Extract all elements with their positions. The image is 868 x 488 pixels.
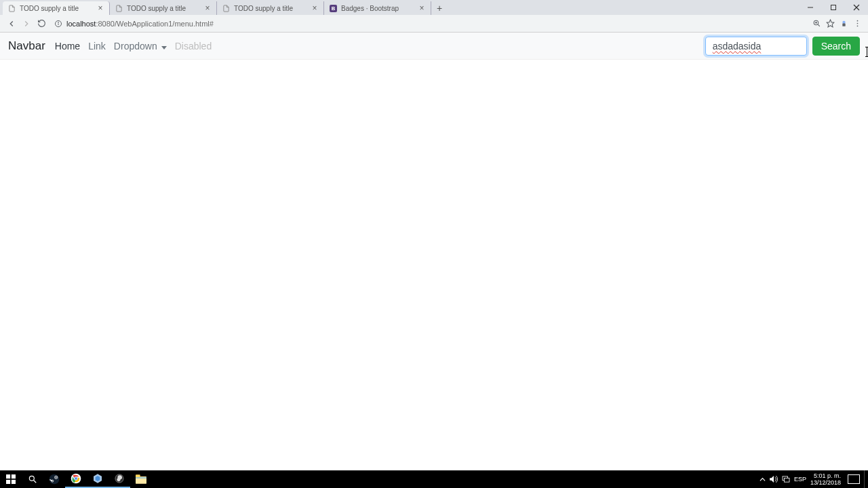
extension-icon[interactable]: [837, 17, 850, 30]
netbeans-icon[interactable]: [87, 470, 108, 488]
svg-rect-3: [831, 5, 836, 10]
taskbar-time: 5:01 p. m.: [810, 472, 841, 479]
close-icon[interactable]: ×: [311, 5, 318, 12]
zoom-icon[interactable]: [810, 17, 823, 30]
svg-text:B: B: [332, 5, 336, 12]
svg-line-25: [34, 481, 37, 483]
url-host: localhost: [66, 20, 96, 28]
file-explorer-icon[interactable]: [130, 470, 152, 488]
keyboard-lang[interactable]: ESP: [794, 476, 806, 483]
svg-rect-21: [12, 474, 16, 479]
svg-rect-15: [842, 24, 845, 26]
search-input[interactable]: asdadasida: [705, 37, 807, 56]
maximize-button[interactable]: [822, 0, 845, 15]
svg-rect-41: [136, 477, 146, 478]
minimize-button[interactable]: [799, 0, 822, 15]
page-icon: [8, 5, 16, 12]
svg-marker-13: [827, 20, 834, 27]
notifications-icon[interactable]: [848, 474, 860, 484]
url-path: /WebApplication1/menu.html#: [115, 20, 214, 28]
menu-icon[interactable]: [850, 17, 864, 30]
svg-point-34: [75, 478, 77, 480]
volume-icon[interactable]: [770, 476, 778, 483]
svg-point-17: [856, 23, 858, 24]
svg-point-24: [29, 476, 34, 481]
steam-icon[interactable]: [43, 470, 65, 488]
tab-title: TODO supply a title: [234, 5, 311, 12]
navbar-nav: Home Link Dropdown Disabled: [55, 41, 220, 52]
browser-tab-3[interactable]: B Badges · Bootstrap ×: [324, 1, 431, 15]
svg-point-18: [856, 25, 858, 26]
tabs-container: TODO supply a title × TODO supply a titl…: [0, 0, 448, 15]
forward-button[interactable]: [19, 16, 34, 31]
svg-line-10: [818, 24, 820, 26]
page-icon: [115, 5, 123, 12]
search-button[interactable]: Search: [812, 37, 860, 56]
svg-rect-20: [6, 474, 10, 479]
svg-rect-23: [12, 480, 16, 484]
obs-icon[interactable]: [108, 470, 130, 488]
browser-tab-1[interactable]: TODO supply a title ×: [110, 1, 217, 15]
nav-item-disabled: Disabled: [175, 41, 212, 52]
browser-tab-2[interactable]: TODO supply a title ×: [217, 1, 324, 15]
reload-button[interactable]: [34, 16, 49, 31]
address-bar[interactable]: localhost:8080/WebApplication1/menu.html…: [53, 18, 806, 29]
browser-tab-strip: TODO supply a title × TODO supply a titl…: [0, 0, 868, 15]
close-icon[interactable]: ×: [97, 5, 104, 12]
nav-item-home[interactable]: Home: [55, 41, 80, 52]
show-desktop-button[interactable]: [864, 470, 867, 488]
dropdown-label: Dropdown: [114, 41, 157, 52]
tab-title: Badges · Bootstrap: [341, 5, 418, 12]
chrome-taskbar-icon[interactable]: [65, 470, 87, 488]
taskbar: ESP 5:01 p. m. 13/12/2018: [0, 470, 868, 488]
start-button[interactable]: [0, 470, 22, 488]
search-input-wrap: asdadasida: [705, 37, 807, 56]
site-info-icon[interactable]: [53, 18, 64, 29]
chevron-down-icon: [161, 41, 167, 52]
tray-chevron-up-icon[interactable]: [760, 476, 766, 483]
svg-point-26: [50, 474, 60, 485]
window-controls: [799, 0, 868, 15]
tab-title: TODO supply a title: [127, 5, 204, 12]
taskbar-left: [0, 470, 152, 488]
close-icon[interactable]: ×: [418, 5, 425, 12]
star-icon[interactable]: [823, 17, 837, 30]
svg-marker-19: [161, 46, 167, 49]
svg-rect-44: [784, 478, 789, 482]
svg-point-8: [58, 22, 59, 22]
svg-marker-42: [770, 476, 774, 483]
network-icon[interactable]: [782, 476, 790, 483]
close-window-button[interactable]: [845, 0, 868, 15]
browser-toolbar: localhost:8080/WebApplication1/menu.html…: [0, 15, 868, 33]
svg-point-28: [56, 476, 57, 478]
bootstrap-icon: B: [330, 5, 337, 12]
browser-tab-0[interactable]: TODO supply a title ×: [3, 1, 110, 15]
tab-title: TODO supply a title: [20, 5, 97, 12]
nav-item-link[interactable]: Link: [88, 41, 106, 52]
back-button[interactable]: [4, 16, 19, 31]
new-tab-button[interactable]: +: [431, 1, 448, 15]
search-taskbar-button[interactable]: [22, 470, 43, 488]
navbar-brand[interactable]: Navbar: [8, 39, 45, 53]
page-navbar: Navbar Home Link Dropdown Disabled asdad…: [0, 33, 868, 60]
search-input-value: asdadasida: [713, 41, 762, 52]
svg-point-16: [856, 20, 858, 22]
close-icon[interactable]: ×: [204, 5, 211, 12]
nav-item-dropdown[interactable]: Dropdown: [114, 41, 167, 52]
svg-rect-40: [136, 474, 140, 477]
url-port: :8080: [96, 20, 115, 28]
svg-rect-22: [6, 480, 10, 484]
system-tray[interactable]: ESP: [760, 476, 806, 483]
taskbar-date: 13/12/2018: [810, 479, 841, 486]
taskbar-clock[interactable]: 5:01 p. m. 13/12/2018: [810, 472, 841, 486]
svg-point-14: [842, 21, 845, 24]
page-icon: [222, 5, 230, 12]
taskbar-right: ESP 5:01 p. m. 13/12/2018: [760, 470, 868, 488]
address-text: localhost:8080/WebApplication1/menu.html…: [66, 20, 806, 28]
